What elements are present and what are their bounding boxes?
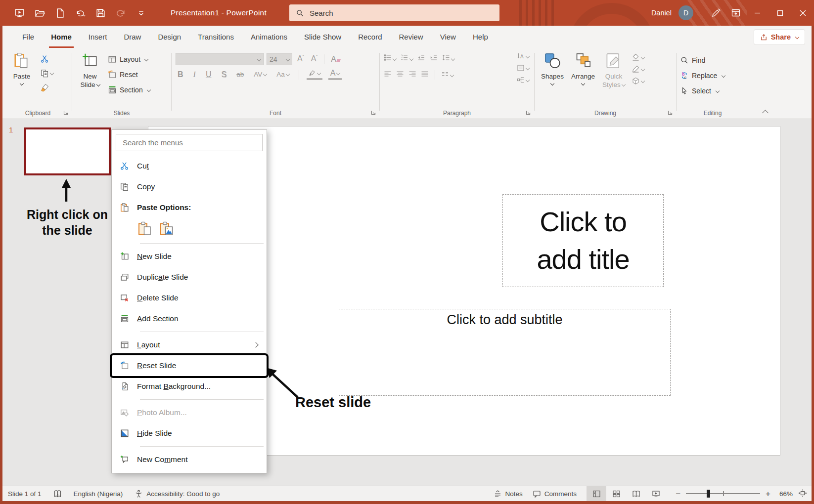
layout-button[interactable]: Layout — [108, 52, 150, 66]
collapse-ribbon-icon[interactable] — [762, 109, 769, 114]
normal-view-button[interactable] — [587, 486, 606, 501]
title-placeholder[interactable]: Click to add title — [502, 194, 664, 287]
slide-show-button[interactable] — [646, 486, 666, 501]
paste-picture-icon[interactable] — [159, 221, 175, 237]
close-button[interactable] — [791, 0, 814, 26]
paste-button[interactable]: Paste — [8, 51, 36, 107]
clipboard-dialog-launcher[interactable] — [63, 110, 70, 117]
character-spacing-button[interactable]: AV — [252, 71, 269, 78]
notes-button[interactable]: Notes — [494, 490, 523, 498]
text-direction-button[interactable]: A — [517, 52, 529, 60]
customize-quick-access-icon[interactable] — [135, 5, 147, 20]
tab-draw[interactable]: Draw — [115, 26, 149, 48]
reading-view-button[interactable] — [626, 486, 646, 501]
maximize-button[interactable] — [769, 0, 791, 26]
menu-item-format-background[interactable]: Format Background... — [112, 376, 267, 397]
menu-item-duplicate-slide[interactable]: Duplicate Slide — [112, 267, 267, 288]
menu-item-new-comment[interactable]: New Comment — [112, 449, 267, 470]
menu-item-reset-slide[interactable]: Reset Slide — [112, 355, 267, 376]
avatar[interactable]: D — [678, 5, 693, 20]
paragraph-dialog-launcher[interactable] — [525, 110, 532, 117]
menu-item-copy[interactable]: Copy — [112, 176, 267, 197]
zoom-level[interactable]: 66% — [776, 490, 793, 498]
columns-button[interactable] — [441, 70, 453, 80]
spell-check-icon[interactable] — [53, 490, 62, 498]
arrange-button[interactable]: Arrange — [569, 51, 597, 107]
cut-button[interactable] — [41, 53, 53, 64]
tab-transitions[interactable]: Transitions — [189, 26, 242, 48]
tab-record[interactable]: Record — [350, 26, 390, 48]
clear-formatting-button[interactable]: A — [329, 55, 342, 64]
menu-item-layout[interactable]: Layout — [112, 335, 267, 355]
tab-view[interactable]: View — [432, 26, 464, 48]
line-spacing-button[interactable] — [442, 54, 454, 63]
change-case-button[interactable]: Aa — [274, 71, 291, 78]
font-color-button[interactable]: A — [328, 69, 342, 80]
tab-home[interactable]: Home — [43, 26, 80, 48]
ribbon-display-options-icon[interactable] — [726, 0, 746, 26]
menu-item-photo-album[interactable]: Photo Album... — [112, 402, 267, 423]
copy-button[interactable] — [41, 68, 53, 79]
undo-icon[interactable] — [74, 5, 87, 20]
share-button[interactable]: Share — [754, 29, 805, 45]
align-right-button[interactable] — [408, 70, 416, 80]
user-name[interactable]: Daniel — [651, 9, 672, 17]
minimize-button[interactable] — [746, 0, 769, 26]
menu-item-new-slide[interactable]: New Slide — [112, 246, 267, 267]
section-button[interactable]: Section — [108, 83, 150, 97]
zoom-slider-thumb[interactable] — [707, 490, 710, 498]
replace-button[interactable]: bc Replace — [680, 69, 725, 82]
tab-file[interactable]: File — [14, 26, 43, 48]
open-icon[interactable] — [33, 5, 46, 20]
decrease-indent-button[interactable] — [417, 54, 425, 63]
search-input[interactable] — [309, 8, 493, 18]
zoom-slider[interactable] — [686, 493, 760, 494]
justify-button[interactable] — [421, 70, 429, 80]
language-status[interactable]: English (Nigeria) — [74, 490, 123, 498]
bullets-button[interactable] — [384, 54, 396, 63]
reset-button[interactable]: Reset — [108, 68, 150, 82]
font-name-combo[interactable] — [176, 53, 264, 65]
italic-button[interactable]: I — [191, 70, 198, 79]
tab-design[interactable]: Design — [149, 26, 189, 48]
paste-keep-source-icon[interactable] — [137, 221, 153, 237]
new-slide-button[interactable]: NewSlide — [76, 51, 104, 107]
format-painter-button[interactable] — [41, 82, 53, 93]
tab-insert[interactable]: Insert — [80, 26, 116, 48]
tab-review[interactable]: Review — [391, 26, 432, 48]
menu-search-input[interactable] — [122, 138, 257, 147]
text-shadow-button[interactable]: S — [219, 70, 228, 79]
align-center-button[interactable] — [396, 70, 404, 80]
underline-button[interactable]: U — [204, 70, 214, 79]
menu-item-cut[interactable]: Cut — [112, 156, 267, 176]
new-file-icon[interactable] — [53, 5, 66, 20]
select-button[interactable]: Select — [680, 84, 725, 97]
bold-button[interactable]: B — [176, 70, 185, 79]
save-icon[interactable] — [94, 5, 107, 20]
align-text-button[interactable] — [517, 64, 529, 72]
tab-slide-show[interactable]: Slide Show — [296, 26, 350, 48]
shrink-font-button[interactable]: Aˇ — [309, 54, 320, 63]
slide-thumbnail[interactable] — [24, 127, 111, 175]
zoom-out-button[interactable]: − — [676, 490, 680, 498]
menu-item-delete-slide[interactable]: Delete Slide — [112, 288, 267, 308]
comments-button[interactable]: Comments — [533, 490, 577, 498]
increase-indent-button[interactable] — [430, 54, 438, 63]
menu-item-add-section[interactable]: Add Section — [112, 308, 267, 329]
slide-counter[interactable]: Slide 1 of 1 — [8, 490, 42, 498]
zoom-in-button[interactable]: + — [766, 490, 770, 498]
highlight-color-button[interactable] — [307, 69, 322, 80]
drawing-dialog-launcher[interactable] — [667, 110, 674, 117]
subtitle-placeholder[interactable]: Click to add subtitle — [339, 309, 671, 396]
font-size-combo[interactable]: 24 — [267, 53, 292, 65]
fit-slide-to-window-button[interactable] — [798, 489, 807, 499]
tab-help[interactable]: Help — [464, 26, 497, 48]
search-box[interactable] — [289, 4, 499, 21]
inking-pen-icon[interactable] — [706, 0, 726, 26]
menu-search-box[interactable] — [116, 134, 263, 151]
shapes-button[interactable]: Shapes — [539, 51, 566, 107]
align-left-button[interactable] — [384, 70, 392, 80]
slideshow-app-icon[interactable] — [13, 5, 26, 20]
convert-to-smartart-button[interactable] — [517, 76, 529, 84]
grow-font-button[interactable]: Aˆ — [295, 54, 306, 63]
